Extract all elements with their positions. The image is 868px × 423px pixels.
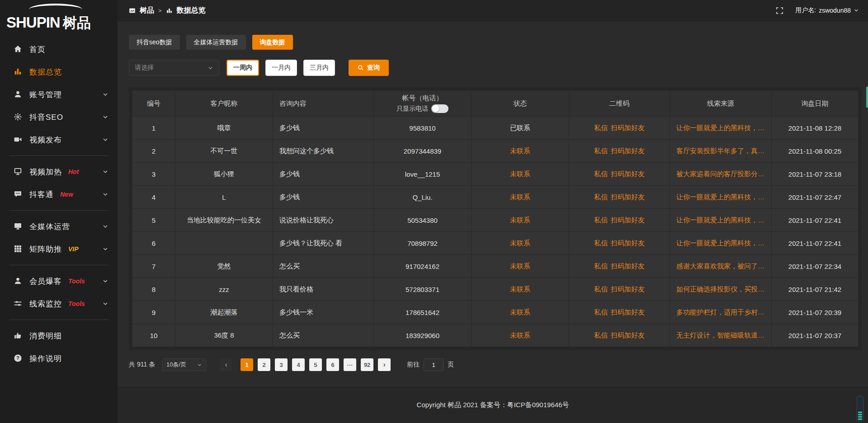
next-page-button[interactable]: ›	[378, 358, 391, 371]
source-link[interactable]: 感谢大家喜欢我家，被问了好...	[676, 262, 767, 271]
cell-source: 让你一眼就爱上的黑科技，能...	[670, 232, 771, 254]
tab-询盘数据[interactable]: 询盘数据	[252, 35, 293, 50]
browser-widget[interactable]	[857, 396, 863, 421]
qr-link[interactable]: 私信	[594, 308, 608, 317]
cell-source: 如何正确选择投影仪，买投影...	[670, 278, 771, 301]
qr-link[interactable]: 扫码加好友	[611, 285, 645, 294]
inquiry-table-panel: 编号客户昵称咨询内容帐号（电话）只显示电话状态二维码线索来源询盘日期1哦章多少钱…	[129, 87, 862, 350]
cell-date: 2021-11-07 22:41	[772, 209, 858, 231]
account-select[interactable]: 请选择	[129, 60, 219, 76]
cell-content: 怎么买	[273, 324, 373, 347]
qr-link[interactable]: 扫码加好友	[611, 308, 645, 317]
source-link[interactable]: 让你一眼就爱上的黑科技，能...	[676, 193, 767, 202]
qr-link[interactable]: 扫码加好友	[611, 239, 645, 248]
page-button-92[interactable]: 92	[361, 358, 373, 371]
page-size-select[interactable]: 10条/页	[162, 358, 206, 371]
cell-status: 未联系	[472, 163, 569, 185]
period-button-一周内[interactable]: 一周内	[226, 60, 259, 76]
goto-page-input[interactable]	[424, 358, 443, 371]
user-menu[interactable]: 用户名: zswodun88	[795, 6, 859, 14]
sidebar-item-like[interactable]: 消费明细	[0, 324, 118, 347]
cell-account: 2097344839	[374, 140, 471, 162]
sidebar-item-chat[interactable]: 抖客通New	[0, 183, 118, 206]
cell-source: 让你一眼就爱上的黑科技，能...	[670, 117, 771, 139]
cell-qrcode: 私信扫码加好友	[569, 301, 670, 324]
qr-link[interactable]: 扫码加好友	[611, 124, 645, 132]
qr-link[interactable]: 私信	[594, 193, 608, 202]
qr-link[interactable]: 扫码加好友	[611, 193, 645, 202]
sidebar: SHUPIN 树品 首页数据总览账号管理抖音SEO视频发布视频加热Hot抖客通N…	[0, 0, 118, 423]
logo-text-cn: 树品	[63, 14, 91, 33]
qr-link[interactable]: 私信	[594, 285, 608, 294]
sidebar-item-user[interactable]: 账号管理	[0, 83, 118, 106]
source-link[interactable]: 无主灯设计，智能磁吸轨道灯...	[676, 331, 767, 340]
qr-link[interactable]: 扫码加好友	[611, 170, 645, 179]
scrollbar-hint[interactable]	[866, 87, 868, 108]
source-link[interactable]: 让你一眼就爱上的黑科技，能...	[676, 216, 767, 225]
search-button[interactable]: 查询	[349, 60, 389, 76]
sidebar-item-gear[interactable]: 抖音SEO	[0, 106, 118, 128]
tab-抖音seo数据[interactable]: 抖音seo数据	[129, 35, 180, 50]
phone-only-toggle[interactable]	[431, 104, 448, 113]
sidebar-item-label: 抖客通	[29, 189, 54, 200]
source-link[interactable]: 让你一眼就爱上的黑科技，能...	[676, 124, 767, 132]
qr-link[interactable]: 私信	[594, 216, 608, 225]
source-link[interactable]: 让你一眼就爱上的黑科技，能...	[676, 239, 767, 248]
cell-no: 4	[132, 186, 175, 208]
sidebar-item-question[interactable]: ?操作说明	[0, 347, 118, 370]
qr-link[interactable]: 私信	[594, 331, 608, 340]
sidebar-divider	[9, 155, 108, 156]
sidebar-item-label: 首页	[29, 44, 46, 55]
qr-link[interactable]: 扫码加好友	[611, 262, 645, 271]
sidebar-item-grid[interactable]: 矩阵助推VIP	[0, 238, 118, 260]
cell-nickname: 当地比较能吃的一位美女	[175, 209, 273, 231]
cell-status: 未联系	[472, 324, 569, 347]
qr-link[interactable]: 私信	[594, 239, 608, 248]
sidebar-item-home[interactable]: 首页	[0, 38, 118, 61]
source-link[interactable]: 如何正确选择投影仪，买投影...	[676, 285, 767, 294]
breadcrumb-root[interactable]: 树品	[140, 6, 154, 15]
qr-link[interactable]: 私信	[594, 147, 608, 155]
home-icon	[14, 45, 23, 54]
qr-link[interactable]: 私信	[594, 124, 608, 132]
cell-content: 我只看价格	[273, 278, 373, 301]
period-button-一月内[interactable]: 一月内	[265, 60, 297, 76]
page-button-3[interactable]: 3	[275, 358, 288, 371]
source-link[interactable]: 多功能护栏灯，适用于乡村文...	[676, 308, 767, 317]
page-button-4[interactable]: 4	[292, 358, 305, 371]
fullscreen-icon[interactable]	[776, 7, 783, 14]
page-button-6[interactable]: 6	[326, 358, 339, 371]
sidebar-item-label: 全媒体运营	[29, 221, 70, 232]
sidebar-item-video[interactable]: 视频发布	[0, 128, 118, 151]
sidebar-item-label: 视频加热	[29, 167, 62, 177]
breadcrumb-separator: >	[158, 7, 162, 14]
cell-account: 917024162	[374, 255, 471, 277]
page-button-2[interactable]: 2	[258, 358, 270, 371]
period-filter-group: 一周内一月内三月内	[226, 60, 335, 76]
chevron-down-icon	[197, 362, 202, 367]
sidebar-item-screen[interactable]: 视频加热Hot	[0, 160, 118, 183]
sidebar-item-bar-chart[interactable]: 数据总览	[0, 61, 118, 83]
period-button-三月内[interactable]: 三月内	[303, 60, 335, 76]
prev-page-button[interactable]: ‹	[220, 358, 232, 371]
filter-bar: 请选择 一周内一月内三月内 查询	[129, 60, 862, 76]
sidebar-item-label: 账号管理	[29, 89, 62, 100]
column-header: 编号	[132, 91, 175, 116]
sidebar-item-user[interactable]: 会员爆客Tools	[0, 270, 118, 292]
qr-link[interactable]: 私信	[594, 170, 608, 179]
qr-link[interactable]: 扫码加好友	[611, 147, 645, 155]
qr-link[interactable]: 扫码加好友	[611, 331, 645, 340]
qr-link[interactable]: 私信	[594, 262, 608, 271]
ellipsis-page-button[interactable]: ···	[344, 358, 356, 371]
qr-link[interactable]: 扫码加好友	[611, 216, 645, 225]
page-button-5[interactable]: 5	[309, 358, 322, 371]
source-link[interactable]: 被大家追着问的客厅投影分享...	[676, 170, 767, 179]
source-link[interactable]: 客厅安装投影半年多了，真实...	[676, 147, 767, 155]
sidebar-item-sliders[interactable]: 线索监控Tools	[0, 292, 118, 315]
sidebar-item-monitor[interactable]: 全媒体运营	[0, 215, 118, 238]
cell-qrcode: 私信扫码加好友	[569, 255, 670, 277]
sidebar-item-badge: Tools	[68, 277, 85, 285]
page-button-1[interactable]: 1	[241, 358, 253, 371]
inquiry-table: 编号客户昵称咨询内容帐号（电话）只显示电话状态二维码线索来源询盘日期1哦章多少钱…	[132, 90, 859, 347]
tab-全媒体运营数据[interactable]: 全媒体运营数据	[186, 35, 246, 50]
